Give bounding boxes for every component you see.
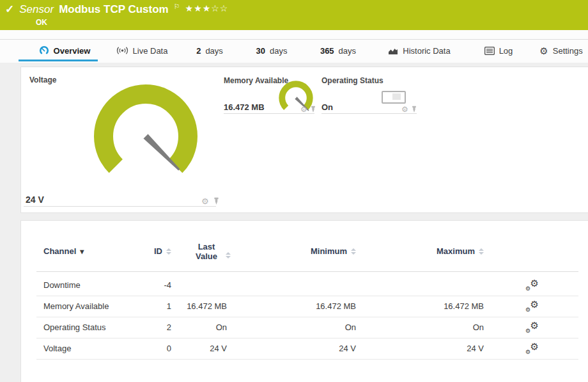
sorted-caret-icon: ▾ — [80, 247, 84, 256]
toggle-knob — [392, 93, 401, 100]
channel-settings-icon[interactable]: ⚙⚙ — [526, 301, 539, 312]
tab-2-days[interactable]: 2 days — [192, 41, 228, 60]
memory-underline — [224, 113, 314, 114]
channel-name[interactable]: Voltage — [43, 338, 71, 359]
channel-minimum: 16.472 MB — [316, 296, 356, 317]
tab-live-data[interactable]: Live Data — [110, 41, 174, 60]
channel-settings-icon[interactable]: ⚙⚙ — [526, 343, 539, 354]
tab-overview[interactable]: Overview — [29, 41, 100, 60]
sensor-status-header: ✓ Sensor Modbus TCP Custom ⚐ ★★★☆☆ OK — [0, 0, 588, 30]
object-kind-label: Sensor — [19, 3, 54, 16]
channel-settings-icon[interactable]: ⚙⚙ — [526, 322, 539, 333]
column-header-minimum-label: Minimum — [311, 246, 347, 256]
channel-id: 2 — [167, 317, 171, 338]
log-list-icon — [484, 47, 495, 55]
live-data-icon — [116, 46, 128, 55]
priority-stars[interactable]: ★★★☆☆ — [185, 3, 229, 13]
voltage-gear-icon[interactable]: ⚙ — [201, 197, 209, 205]
channel-last-value: 24 V — [210, 338, 227, 359]
tab-30-days-label: days — [270, 46, 287, 56]
channel-maximum: On — [473, 317, 484, 338]
voltage-gauge — [91, 82, 200, 191]
channel-maximum: 16.472 MB — [444, 296, 484, 317]
channel-name[interactable]: Operating Status — [43, 317, 106, 338]
tab-365-days-label: days — [339, 46, 356, 56]
column-header-minimum[interactable]: Minimum — [311, 246, 356, 256]
voltage-pin-icon[interactable] — [213, 197, 220, 205]
tab-30-days-number: 30 — [256, 46, 265, 56]
sensor-page: ✓ Sensor Modbus TCP Custom ⚐ ★★★☆☆ OK Ov… — [0, 0, 588, 382]
sort-carets-icon — [351, 248, 356, 255]
operating-value: On — [321, 102, 333, 112]
channel-settings-icon[interactable]: ⚙⚙ — [526, 280, 539, 291]
row-divider — [36, 317, 578, 317]
historic-chart-icon — [388, 47, 398, 55]
column-header-maximum-label: Maximum — [437, 246, 475, 256]
tab-2-days-number: 2 — [196, 46, 201, 56]
column-header-maximum[interactable]: Maximum — [437, 246, 484, 256]
tab-30-days[interactable]: 30 days — [252, 41, 291, 60]
column-header-channel[interactable]: Channel ▾ — [43, 246, 84, 256]
tab-historic-data[interactable]: Historic Data — [383, 41, 455, 60]
column-header-last-value[interactable]: Last Value — [184, 242, 238, 261]
row-divider — [36, 338, 578, 338]
tab-overview-label: Overview — [54, 46, 91, 56]
ok-check-icon: ✓ — [5, 3, 14, 16]
tab-live-data-label: Live Data — [133, 46, 168, 56]
sort-carets-icon — [166, 248, 171, 255]
tab-365-days-number: 365 — [320, 46, 334, 56]
page-title: Modbus TCP Custom — [59, 3, 169, 16]
row-divider — [36, 296, 578, 296]
column-header-id[interactable]: ID — [154, 246, 171, 256]
gauge-icon — [39, 45, 49, 56]
channel-id: 1 — [167, 296, 171, 317]
tab-365-days[interactable]: 365 days — [315, 41, 361, 60]
channel-id: 0 — [167, 338, 171, 359]
channels-table-panel: Channel ▾ ID Last Value Minimum Maximum … — [21, 221, 588, 382]
flag-icon[interactable]: ⚐ — [174, 3, 180, 11]
column-header-id-label: ID — [154, 246, 162, 256]
tab-settings[interactable]: ⚙ Settings — [537, 41, 585, 60]
column-header-last-value-label: Last Value — [191, 242, 222, 261]
operating-pin-icon[interactable] — [411, 106, 417, 113]
voltage-value: 24 V — [26, 195, 44, 205]
tab-2-days-label: days — [205, 46, 222, 56]
channel-last-value: 16.472 MB — [187, 296, 227, 317]
column-header-channel-label: Channel — [43, 246, 76, 256]
tab-log[interactable]: Log — [479, 41, 518, 60]
sort-carets-icon — [226, 252, 231, 259]
operating-title: Operating Status — [321, 76, 383, 85]
channel-minimum: On — [345, 317, 356, 338]
memory-pin-icon[interactable] — [310, 106, 316, 113]
header-divider — [36, 271, 578, 272]
active-tab-underline — [19, 60, 98, 61]
channel-last-value: On — [216, 317, 227, 338]
channel-name[interactable]: Downtime — [43, 275, 81, 296]
operating-toggle-indicator — [382, 91, 406, 104]
operating-underline — [321, 113, 417, 114]
row-divider — [36, 359, 578, 360]
memory-value: 16.472 MB — [224, 102, 265, 112]
voltage-title: Voltage — [29, 76, 56, 84]
channel-maximum: 24 V — [467, 338, 484, 359]
channel-minimum: 24 V — [339, 338, 356, 359]
gauges-panel: Voltage 0 V 24 V 24 V ⚙ Memory Available — [21, 67, 588, 212]
sort-carets-icon — [479, 248, 484, 255]
voltage-underline — [24, 206, 216, 207]
settings-gear-icon: ⚙ — [539, 46, 548, 56]
channel-name[interactable]: Memory Available — [43, 296, 109, 317]
tab-settings-label: Settings — [553, 46, 583, 56]
tab-log-label: Log — [499, 46, 513, 56]
tab-bar-divider — [0, 39, 588, 40]
stars-empty: ☆☆ — [211, 3, 228, 13]
status-badge: OK — [36, 18, 47, 27]
stars-filled: ★★★ — [185, 3, 212, 13]
memory-gauge — [278, 80, 314, 116]
tab-historic-data-label: Historic Data — [403, 46, 450, 56]
channel-id: -4 — [164, 275, 171, 296]
